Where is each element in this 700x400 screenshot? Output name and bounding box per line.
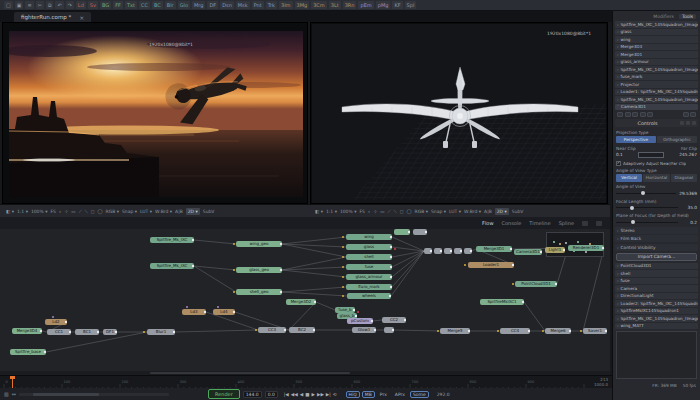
toolbar-tool-CC[interactable]: CC	[139, 1, 150, 9]
toggle-aprx[interactable]: APrx	[392, 391, 408, 398]
playback-button[interactable]: ▶▶	[317, 392, 324, 397]
projection-perspective-button[interactable]: Perspective	[616, 136, 656, 144]
flow-node-Light1[interactable]: Light1	[545, 247, 565, 253]
flow-node-Merge3D1[interactable]: Merge3D1	[476, 246, 512, 252]
viewer-right[interactable]: 1920x1080@8bit*1	[310, 22, 608, 204]
toolbar-tool-Txt[interactable]: Txt	[125, 1, 137, 9]
viewer-toolbar-item[interactable]: ◻	[400, 209, 404, 214]
transport-fit-icon[interactable]: ↔	[12, 391, 16, 397]
viewer-toolbar-item[interactable]: RGB ▾	[415, 209, 428, 214]
far-clip-value[interactable]: 245.267	[679, 152, 697, 157]
flow-node-Saver1[interactable]: Saver1	[583, 328, 607, 334]
panel-tab-flow[interactable]: Flow	[482, 220, 493, 226]
tool-row[interactable]: ›Camera	[615, 285, 698, 292]
flow-node-Q3[interactable]	[444, 248, 452, 254]
playback-button[interactable]: ▶|	[326, 392, 331, 397]
viewer-toolbar-item[interactable]: ▭	[380, 209, 384, 214]
transport-range-handle[interactable]	[33, 393, 99, 396]
tool-row[interactable]: ›shell	[615, 270, 698, 277]
tool-row[interactable]: ›DirectionalLight	[615, 293, 698, 300]
panel-tab-icon[interactable]	[596, 221, 602, 226]
flow-node-BC1[interactable]: BC1	[75, 329, 99, 335]
viewer-toolbar-item[interactable]: ◧ ▾	[6, 209, 14, 214]
viewer-toolbar-item[interactable]: ◻	[91, 209, 95, 214]
toolbar-tool-DF[interactable]: DF	[207, 1, 218, 9]
pof-slider-knob[interactable]	[631, 220, 635, 224]
flow-node-Ld2[interactable]: Ld2	[45, 319, 67, 325]
toolbar-tool-↶[interactable]: ↶	[55, 1, 63, 9]
tool-row[interactable]: ›Merge3D3	[615, 44, 698, 51]
toggle-prx[interactable]: Prx	[377, 391, 390, 398]
flow-node-wing[interactable]: wing	[346, 234, 392, 240]
aov-value[interactable]: 29.5369	[679, 191, 697, 196]
toolbar-tool-FF[interactable]: FF	[113, 1, 123, 9]
tool-row[interactable]: ›Projector	[615, 81, 698, 88]
flow-node-Q5[interactable]	[464, 248, 472, 254]
playback-button[interactable]: ⟲	[333, 392, 337, 397]
viewer-toolbar-item[interactable]: SubV	[512, 209, 524, 214]
viewer-toolbar-item[interactable]: 1:1 ▾	[326, 209, 337, 214]
toolbar-tool-Blr[interactable]: Blr	[165, 1, 176, 9]
toolbar-tool-BC[interactable]: BC	[152, 1, 163, 9]
pof-value[interactable]: 0.2	[681, 220, 697, 225]
panel-tab-console[interactable]: Console	[502, 220, 522, 226]
viewer-toolbar-item[interactable]: A|B	[175, 209, 183, 214]
flow-node-Camera3D1[interactable]: Camera3D1	[514, 249, 542, 255]
near-clip-input[interactable]	[638, 152, 664, 158]
flow-node-glass_geo[interactable]: glass_geo	[236, 267, 282, 273]
viewer-toolbar-item[interactable]: ⟋	[78, 209, 81, 214]
flow-node-SpitfireMkIXC1[interactable]: SpitfireMkIXC1	[480, 299, 524, 305]
group-section-stereo[interactable]: ›Stereo	[615, 227, 698, 234]
focal-value[interactable]: 35.0	[681, 205, 697, 210]
reset-icon[interactable]	[680, 121, 684, 125]
flow-node-wheels[interactable]: wheels	[347, 293, 391, 299]
toolbar-tool-pEm[interactable]: pEm	[358, 1, 373, 9]
tool-option-icon[interactable]	[632, 112, 638, 117]
lock-icon[interactable]	[683, 112, 689, 117]
settings-icon[interactable]	[690, 112, 696, 117]
flow-node-Glow1[interactable]: Glow1	[352, 327, 376, 333]
toolbar-tool-Dsn[interactable]: Dsn	[220, 1, 234, 9]
viewer-toolbar-item[interactable]: 100% ▾	[31, 209, 48, 214]
panel-tab-spline[interactable]: Spline	[559, 220, 574, 226]
toolbar-tool-KF[interactable]: KF	[392, 1, 402, 9]
flow-node-Blur1[interactable]: Blur1	[147, 329, 175, 335]
tool-row[interactable]: ›SpitfireMkIXC145Squadron1	[615, 308, 698, 315]
viewer-toolbar-item[interactable]: ⟋	[387, 209, 390, 214]
flow-node-Q2[interactable]	[434, 248, 442, 254]
group-section-film-back[interactable]: ›Film Back	[615, 235, 698, 242]
tool-row[interactable]: ›Spitfire_Mk_IXC_145Squadron_(Image)	[615, 66, 698, 73]
toolbar-tool-Msk[interactable]: Msk	[236, 1, 250, 9]
toolbar-tool-Mrg[interactable]: Mrg	[192, 1, 205, 9]
playback-button[interactable]: ◀	[300, 392, 303, 397]
viewer-toolbar-item[interactable]: A|B	[484, 209, 492, 214]
toolbar-tool-✂[interactable]: ✂	[36, 1, 44, 9]
viewer-toolbar-item[interactable]: LUT ▾	[140, 209, 152, 214]
tool-row[interactable]: ›Loader1: Spitfire_Mk_IXC_145Squadron_A.…	[615, 89, 698, 96]
viewer-toolbar-item[interactable]: ⌖	[368, 209, 371, 214]
tab-modifiers[interactable]: Modifiers	[653, 14, 674, 19]
toolbar-tool-Pnt[interactable]: Pnt	[252, 1, 264, 9]
flow-node-CC4[interactable]: CC4	[500, 328, 530, 334]
flow-node-Q4[interactable]	[454, 248, 462, 254]
viewer-toolbar-item[interactable]: 2D ▾	[186, 208, 200, 215]
flow-node-DF1[interactable]: DF1	[103, 329, 117, 335]
secondary-frame-field[interactable]: 0.0	[265, 391, 278, 398]
toolbar-tool-▣[interactable]: ▣	[15, 1, 24, 9]
gear-icon[interactable]	[686, 121, 690, 125]
tool-option-icon[interactable]	[625, 112, 631, 117]
viewer-toolbar-item[interactable]: W:Brd ▾	[464, 209, 481, 214]
tab-tools[interactable]: Tools	[679, 14, 696, 19]
toggle-some[interactable]: Some	[410, 391, 429, 398]
toolbar-tool-Sv[interactable]: Sv	[88, 1, 98, 9]
aov-slider[interactable]	[616, 193, 676, 194]
pof-slider[interactable]	[616, 222, 678, 223]
flow-node-C8[interactable]	[384, 327, 394, 333]
adaptive-clip-checkbox[interactable]: ✓	[616, 161, 621, 166]
toolbar-tool-↷[interactable]: ↷	[66, 1, 74, 9]
flow-node-T1[interactable]	[394, 229, 410, 235]
transport-range-slider[interactable]	[19, 393, 169, 396]
toolbar-tool-3Mg[interactable]: 3Mg	[295, 1, 310, 9]
tool-row[interactable]: ›glass	[615, 29, 698, 36]
toolbar-tool-Trk[interactable]: Trk	[266, 1, 277, 9]
